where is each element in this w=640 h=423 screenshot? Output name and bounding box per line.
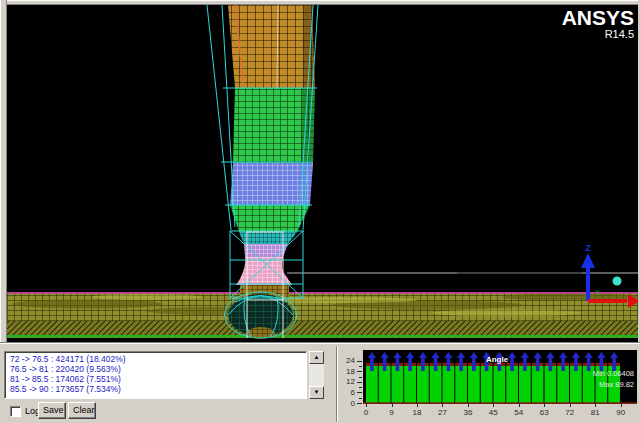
x-tick: [392, 403, 393, 407]
x-tick: [493, 403, 494, 407]
y-tick: [357, 361, 362, 362]
node-marker-dot: [613, 277, 622, 286]
y-tick: [357, 371, 362, 372]
log-line: 76.5 -> 81 : 220420 (9.563%): [10, 364, 306, 374]
log-line: 72 -> 76.5 : 424171 (18.402%): [10, 354, 306, 364]
histogram-bar: [557, 366, 569, 403]
graphics-viewport[interactable]: Z Y ANSYS R14.5: [7, 5, 638, 342]
clear-button[interactable]: Clear: [68, 402, 96, 419]
x-tick-label: 45: [485, 408, 501, 417]
rod-section-cyan: [239, 232, 297, 244]
chart-x-axis: 09182736455463728190: [363, 403, 639, 421]
log-checkbox[interactable]: [10, 406, 21, 417]
window-frame-left: [0, 0, 7, 342]
target-plate: [7, 292, 638, 338]
histogram-bar: [455, 366, 467, 403]
app-window: Z Y ANSYS R14.5 72 -> 76.5 : 424171 (18.…: [0, 0, 640, 423]
histogram-bar: [494, 366, 506, 403]
x-tick-label: 0: [358, 408, 374, 417]
histogram-bar: [392, 366, 404, 403]
log-line: 81 -> 85.5 : 174062 (7.551%): [10, 374, 306, 384]
scroll-down-icon: ▼: [314, 389, 320, 395]
x-tick-label: 90: [613, 408, 629, 417]
y-tick-label: 0: [351, 399, 355, 408]
z-axis-arrow-icon: [581, 253, 595, 268]
save-button[interactable]: Save: [38, 402, 66, 419]
histogram-bar: [570, 366, 582, 403]
histogram-bar: [417, 366, 429, 403]
x-tick: [417, 403, 418, 407]
x-tick-label: 9: [384, 408, 400, 417]
histogram-bar: [519, 366, 531, 403]
scroll-up-icon: ▲: [314, 354, 320, 360]
z-axis-label: Z: [585, 243, 591, 253]
y-tick: [357, 403, 362, 404]
x-tick: [442, 403, 443, 407]
x-tick-label: 18: [409, 408, 425, 417]
projectile-rod: [228, 5, 315, 339]
log-scrollbar[interactable]: ▲ ▼: [309, 351, 324, 399]
plate-bottom-edge: [7, 335, 638, 337]
histogram-bar: [404, 366, 416, 403]
histogram-bar: [443, 366, 455, 403]
log-output[interactable]: 72 -> 76.5 : 424171 (18.402%)76.5 -> 81 …: [4, 351, 307, 399]
y-tick-label: 24: [346, 356, 355, 365]
x-tick-label: 81: [587, 408, 603, 417]
y-tick: [359, 387, 362, 388]
x-tick: [366, 403, 367, 407]
y-tick: [359, 366, 362, 367]
bottom-panel: 72 -> 76.5 : 424171 (18.402%)76.5 -> 81 …: [0, 342, 640, 423]
chart-title: Angle: [486, 355, 509, 364]
histogram-bar: [366, 366, 378, 403]
y-tick: [359, 377, 362, 378]
histogram-bar: [468, 366, 480, 403]
plate-top-edge: [7, 292, 638, 294]
angle-histogram: Angle Min 0.06408 Max 89.82: [363, 350, 637, 404]
rod-section-green-lower: [230, 205, 310, 232]
y-tick-label: 12: [346, 377, 355, 386]
scroll-down-button[interactable]: ▼: [309, 386, 324, 399]
histogram-bar: [481, 366, 493, 403]
x-tick-label: 27: [434, 408, 450, 417]
y-tick: [357, 392, 362, 393]
x-tick: [595, 403, 596, 407]
y-tick-label: 18: [346, 367, 355, 376]
chart-max-label: Max 89.82: [599, 380, 634, 389]
model-scene: Z Y: [7, 5, 638, 342]
chart-y-axis: 06121824: [336, 350, 362, 410]
y-axis-label: Y: [595, 289, 600, 296]
histogram-bar: [379, 366, 391, 403]
window-frame-top: [0, 0, 640, 5]
x-tick: [621, 403, 622, 407]
log-line: 85.5 -> 90 : 173657 (7.534%): [10, 384, 306, 394]
histogram-bar: [532, 366, 544, 403]
ansys-logo-text: ANSYS: [562, 7, 634, 28]
x-tick: [468, 403, 469, 407]
histogram-bar: [430, 366, 442, 403]
plate-hatch-band: [7, 321, 638, 335]
x-tick-label: 72: [562, 408, 578, 417]
ansys-version-text: R14.5: [562, 29, 634, 40]
y-tick-label: 6: [351, 388, 355, 397]
histogram-bar: [545, 366, 557, 403]
chart-min-label: Min 0.06408: [593, 369, 634, 378]
x-tick-label: 54: [511, 408, 527, 417]
x-tick-label: 36: [460, 408, 476, 417]
histogram-bar: [506, 366, 518, 403]
y-tick: [359, 398, 362, 399]
ansys-logo: ANSYS R14.5: [562, 7, 634, 40]
x-tick: [544, 403, 545, 407]
x-tick-label: 63: [536, 408, 552, 417]
scroll-up-button[interactable]: ▲: [309, 351, 324, 364]
x-tick: [519, 403, 520, 407]
x-tick: [570, 403, 571, 407]
rod-section-tan: [228, 5, 315, 88]
y-tick: [357, 382, 362, 383]
